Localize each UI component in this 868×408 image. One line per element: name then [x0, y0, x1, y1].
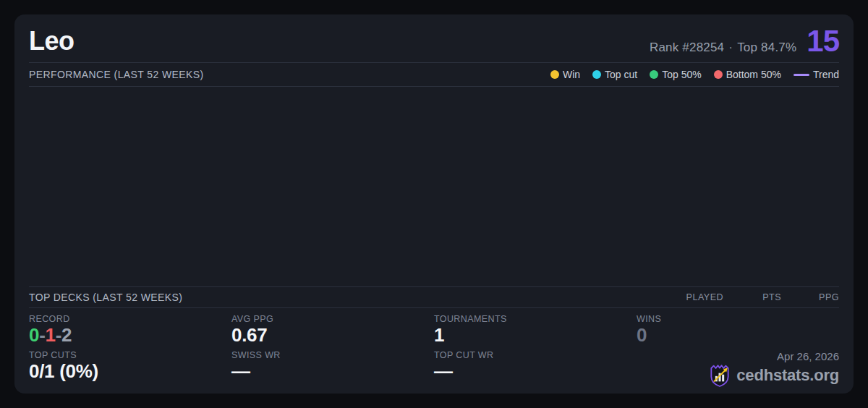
stat-label: RECORD	[29, 314, 231, 324]
win-dot-icon	[550, 70, 559, 79]
rank-number: Rank #28254	[650, 41, 724, 54]
column-ppg: PPG	[781, 292, 839, 302]
brand: cedhstats.org	[709, 363, 839, 388]
site-name: cedhstats.org	[736, 366, 839, 385]
legend-item-top-50: Top 50%	[650, 69, 701, 80]
performance-header: PERFORMANCE (LAST 52 WEEKS) Win Top cut …	[29, 63, 839, 86]
stat-tournaments: TOURNAMENTS 1	[434, 314, 637, 347]
stat-label: WINS	[637, 314, 839, 324]
stat-swiss-wr: SWISS WR —	[231, 350, 434, 388]
top-percent: Top 84.7%	[737, 41, 796, 54]
legend-item-top-cut: Top cut	[592, 69, 637, 80]
tournaments-value: 1	[434, 325, 637, 347]
page: { "card": { "title": "Leo", "rank_text":…	[0, 0, 868, 408]
stat-wins: WINS 0	[637, 314, 839, 347]
record-draws: 2	[61, 324, 72, 346]
stat-record: RECORD 0-1-2	[29, 314, 231, 347]
performance-chart	[29, 87, 839, 286]
record-value: 0-1-2	[29, 325, 231, 347]
stat-top-cut-wr: TOP CUT WR —	[434, 350, 637, 388]
legend-item-win: Win	[550, 69, 580, 80]
card-header: Leo Rank #28254·Top 84.7% 15	[29, 25, 839, 62]
stat-label: SWISS WR	[231, 350, 434, 360]
record-separator: -	[39, 324, 45, 346]
legend-label: Win	[563, 69, 580, 80]
top-cuts-value: 0/1 (0%)	[29, 361, 231, 383]
swiss-wr-value: —	[231, 361, 434, 383]
bottom-50-dot-icon	[714, 70, 723, 79]
legend-label: Trend	[813, 69, 839, 80]
player-stats-card: Leo Rank #28254·Top 84.7% 15 PERFORMANCE…	[14, 14, 854, 394]
stat-label: AVG PPG	[231, 314, 434, 324]
rank-block: Rank #28254·Top 84.7% 15	[650, 27, 839, 55]
player-name: Leo	[29, 27, 75, 55]
wins-value: 0	[637, 325, 839, 347]
stat-label: TOP CUT WR	[434, 350, 637, 360]
score-value: 15	[807, 27, 839, 55]
legend-label: Top 50%	[662, 69, 701, 80]
chart-legend: Win Top cut Top 50% Bottom 50% Trend	[550, 69, 839, 80]
record-separator: -	[56, 324, 61, 346]
record-wins: 0	[29, 324, 39, 346]
cedhstats-logo-icon	[709, 363, 731, 388]
trend-line-icon	[793, 74, 809, 76]
top-50-dot-icon	[650, 70, 658, 79]
stats-grid: RECORD 0-1-2 AVG PPG 0.67 TOURNAMENTS 1 …	[29, 308, 839, 389]
top-cut-wr-value: —	[434, 361, 637, 383]
stat-label: TOP CUTS	[29, 350, 231, 360]
legend-label: Top cut	[605, 69, 637, 80]
stat-label: TOURNAMENTS	[434, 314, 637, 324]
rank-text: Rank #28254·Top 84.7%	[650, 41, 796, 55]
stat-top-cuts: TOP CUTS 0/1 (0%)	[29, 350, 231, 388]
avg-ppg-value: 0.67	[231, 325, 434, 347]
legend-item-bottom-50: Bottom 50%	[714, 69, 781, 80]
performance-heading: PERFORMANCE (LAST 52 WEEKS)	[29, 69, 204, 80]
footer: Apr 26, 2026 cedhstats.org	[637, 350, 839, 388]
top-cut-dot-icon	[592, 70, 601, 79]
top-decks-heading: TOP DECKS (LAST 52 WEEKS)	[29, 292, 182, 303]
column-pts: PTS	[723, 292, 781, 302]
rank-separator: ·	[728, 41, 733, 54]
legend-item-trend: Trend	[793, 69, 839, 80]
top-decks-columns: PLAYED PTS PPG	[665, 292, 839, 302]
legend-label: Bottom 50%	[726, 69, 781, 80]
stat-avg-ppg: AVG PPG 0.67	[231, 314, 434, 347]
record-losses: 1	[46, 324, 56, 346]
export-date: Apr 26, 2026	[777, 350, 839, 362]
top-decks-header: TOP DECKS (LAST 52 WEEKS) PLAYED PTS PPG	[29, 287, 839, 307]
column-played: PLAYED	[665, 292, 723, 302]
